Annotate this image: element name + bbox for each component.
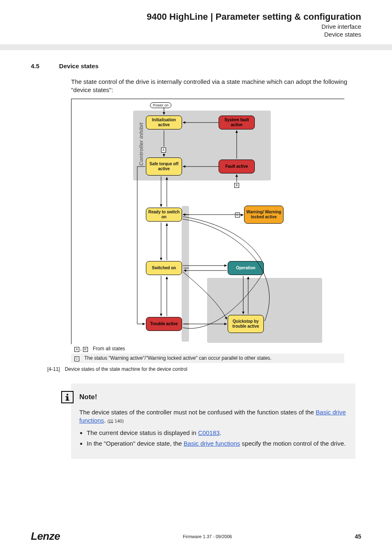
legend-mark-a: A <box>74 347 79 352</box>
doc-sub1: Drive interface <box>31 23 361 30</box>
svg-rect-25 <box>66 396 67 397</box>
legend-mark-b: B <box>83 347 88 352</box>
state-trouble: Trouble active <box>146 317 182 331</box>
diagram-legend: A, B From all states C The status "Warni… <box>71 344 344 363</box>
note-bullet-2: In the "Operation" device state, the Bas… <box>87 439 347 448</box>
divider-strip <box>0 44 392 50</box>
section-title: Device states <box>59 62 99 69</box>
doc-sub2: Device states <box>31 31 361 38</box>
state-ready: Ready to switch on <box>146 208 182 222</box>
state-operation: Operation <box>228 261 264 275</box>
legend-ab-text: From all states <box>93 346 125 352</box>
note-block: Note! The device states of the controlle… <box>71 384 355 459</box>
mark-c: C <box>235 213 240 217</box>
section-number: 4.5 <box>31 62 39 69</box>
figure-ref: [4-11] <box>47 366 60 372</box>
legend-mark-c: C <box>74 356 79 361</box>
note-text-pre: The device states of the controller must… <box>79 409 316 416</box>
state-system-fault: System fault active <box>219 116 255 130</box>
mark-b: B <box>234 183 239 188</box>
legend-c-text: The status "Warning active"/"Warning loc… <box>84 355 272 361</box>
link-basic-drive-functions-2[interactable]: Basic drive functions <box>184 440 240 447</box>
power-on-pill: Power on <box>150 102 171 108</box>
section-intro: The state control of the drive is intern… <box>71 78 361 95</box>
state-diagram: Controller inhibit Power on Initialisati… <box>71 99 344 344</box>
state-safe-torque-off: Safe torque off active <box>146 157 182 176</box>
note-bullet-1: The current device status is displayed i… <box>87 429 347 437</box>
brand-logo: Lenze <box>31 530 60 543</box>
page-number: 45 <box>355 533 361 540</box>
figure-caption: Device states of the state machine for t… <box>65 366 187 372</box>
info-icon <box>61 391 74 403</box>
note-pageref: (🕮 140) <box>107 419 124 423</box>
state-warning: Warning/ Warning locked active <box>244 206 284 224</box>
state-quickstop: Quickstop by trouble active <box>228 315 264 333</box>
svg-rect-26 <box>66 400 69 400</box>
state-fault-active: Fault active <box>219 160 255 173</box>
firmware-label: Firmware 1.37 - 09/2006 <box>183 534 232 539</box>
state-initialisation: Initialisation active <box>146 116 182 130</box>
svg-point-23 <box>67 393 68 395</box>
link-c00183[interactable]: C00183 <box>198 429 220 436</box>
mark-a: A <box>161 148 166 153</box>
doc-title: 9400 HighLine | Parameter setting & conf… <box>31 12 361 22</box>
controller-inhibit-label: Controller inhibit <box>138 123 144 166</box>
state-switched-on: Switched on <box>146 261 182 275</box>
note-title: Note! <box>79 393 97 401</box>
